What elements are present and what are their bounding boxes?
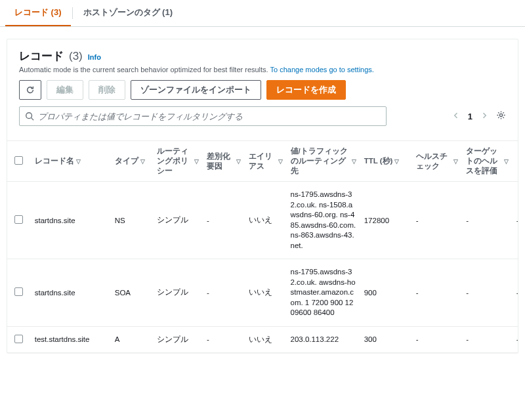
col-record-name[interactable]: レコード名 [35, 156, 74, 166]
col-health-check[interactable]: ヘルスチェック [416, 152, 452, 171]
next-page [479, 110, 490, 123]
table-row[interactable]: startdns.site NS シンプル - いいえ ns-1795.awsd… [7, 182, 518, 259]
cell-type: A [111, 326, 153, 352]
tab-divider [72, 7, 73, 19]
col-alias[interactable]: エイリアス [249, 152, 276, 171]
subtext-prefix: Automatic mode is the current search beh… [19, 66, 270, 74]
page-number: 1 [468, 112, 472, 121]
cell-record-name: startdns.site [31, 182, 111, 259]
col-ttl[interactable]: TTL (秒) [364, 156, 393, 166]
chevron-left-icon [452, 112, 460, 119]
cell-alias: いいえ [245, 182, 287, 259]
filter-input[interactable] [38, 112, 381, 121]
cell-routing: シンプル [153, 259, 203, 327]
cell-value: 203.0.113.222 [287, 326, 360, 352]
cell-last: - [513, 259, 518, 327]
sort-icon: ▽ [194, 158, 199, 165]
table-row[interactable]: test.startdns.site A シンプル - いいえ 203.0.11… [7, 326, 518, 352]
gear-icon [496, 110, 506, 120]
refresh-icon [26, 85, 35, 94]
row-checkbox[interactable] [14, 215, 23, 224]
filter-row: 1 [19, 106, 506, 126]
delete-button: 削除 [89, 80, 125, 100]
search-icon [25, 112, 34, 121]
filter-input-wrap[interactable] [19, 106, 387, 126]
cell-hc: - [412, 259, 463, 327]
cell-alias: いいえ [245, 326, 287, 352]
cell-routing: シンプル [153, 182, 203, 259]
sort-icon: ▽ [394, 158, 399, 165]
cell-value: ns-1795.awsdns-32.co.uk. awsdns-hostmast… [287, 259, 360, 327]
cell-value: ns-1795.awsdns-32.co.uk. ns-1508.awsdns-… [287, 182, 360, 259]
pagination: 1 [451, 110, 506, 123]
cell-alias: いいえ [245, 259, 287, 327]
cell-type: SOA [111, 259, 153, 327]
table-row[interactable]: startdns.site SOA シンプル - いいえ ns-1795.aws… [7, 259, 518, 327]
col-type[interactable]: タイプ [115, 156, 138, 166]
prev-page [451, 110, 461, 123]
cell-record-name: test.startdns.site [31, 326, 111, 352]
col-evaluate-target-health[interactable]: ターゲットのヘルスを評価 [466, 146, 502, 176]
records-table-wrap: レコード名▽ タイプ▽ ルーティングポリシー▽ 差別化要因▽ エイリアス▽ 値/… [7, 140, 518, 352]
records-panel: レコード (3) Info Automatic mode is the curr… [7, 39, 518, 353]
sort-icon: ▽ [352, 158, 356, 165]
row-checkbox[interactable] [14, 287, 23, 296]
col-value[interactable]: 値/トラフィックのルーティング先 [291, 146, 350, 176]
cell-ev: - [462, 259, 513, 327]
tab-hosted-zone-tags[interactable]: ホストゾーンのタグ (1) [74, 0, 182, 26]
records-tbody: startdns.site NS シンプル - いいえ ns-1795.awsd… [7, 182, 518, 353]
toolbar: 編集 削除 ゾーンファイルをインポート レコードを作成 [19, 80, 506, 100]
sort-icon: ▽ [453, 158, 458, 165]
sort-icon: ▽ [278, 158, 283, 165]
sort-icon: ▽ [236, 158, 241, 165]
cell-ttl: 172800 [360, 182, 412, 259]
svg-point-2 [499, 114, 502, 116]
col-routing-policy[interactable]: ルーティングポリシー [157, 146, 193, 176]
sort-icon: ▽ [76, 158, 81, 165]
cell-diff: - [203, 326, 245, 352]
col-differentiator[interactable]: 差別化要因 [207, 152, 234, 171]
sort-icon: ▽ [504, 158, 509, 165]
settings-link[interactable]: To change modes go to settings. [270, 66, 374, 74]
cell-diff: - [203, 259, 245, 327]
select-all-checkbox[interactable] [14, 156, 23, 165]
tabs-bar: レコード (3) ホストゾーンのタグ (1) [0, 0, 525, 27]
cell-diff: - [203, 182, 245, 259]
tab-records[interactable]: レコード (3) [5, 0, 71, 26]
svg-line-1 [32, 118, 34, 121]
panel-header: レコード (3) Info Automatic mode is the curr… [7, 39, 518, 133]
cell-hc: - [412, 326, 463, 352]
cell-ttl: 900 [360, 259, 412, 327]
chevron-right-icon [480, 112, 488, 119]
cell-ev: - [462, 326, 513, 352]
subtext: Automatic mode is the current search beh… [19, 66, 506, 74]
cell-routing: シンプル [153, 326, 203, 352]
refresh-button[interactable] [19, 80, 41, 100]
settings-button[interactable] [496, 110, 506, 122]
panel-title: レコード [19, 49, 64, 64]
cell-hc: - [412, 182, 463, 259]
create-record-button[interactable]: レコードを作成 [266, 80, 346, 100]
edit-button: 編集 [47, 80, 83, 100]
cell-ev: - [462, 182, 513, 259]
cell-record-name: startdns.site [31, 259, 111, 327]
cell-last: - [513, 326, 518, 352]
sort-icon: ▽ [140, 158, 145, 165]
cell-last: - [513, 182, 518, 259]
cell-type: NS [111, 182, 153, 259]
cell-ttl: 300 [360, 326, 412, 352]
record-count: (3) [69, 50, 83, 63]
import-zone-file-button[interactable]: ゾーンファイルをインポート [131, 80, 261, 100]
row-checkbox[interactable] [14, 335, 23, 343]
svg-point-0 [26, 113, 32, 119]
info-link[interactable]: Info [88, 53, 101, 61]
records-table: レコード名▽ タイプ▽ ルーティングポリシー▽ 差別化要因▽ エイリアス▽ 値/… [7, 141, 518, 352]
